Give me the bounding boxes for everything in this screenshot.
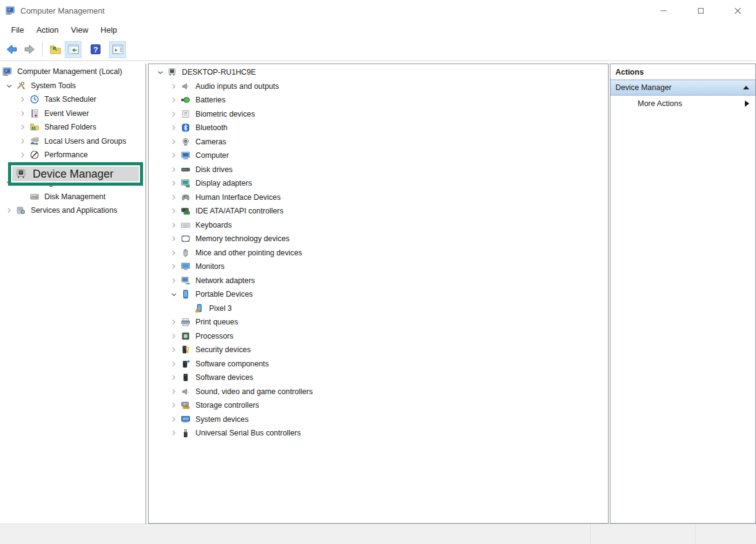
collapsed-chevron-icon[interactable] — [167, 428, 181, 438]
action-pane-icon — [112, 43, 124, 56]
collapsed-chevron-icon[interactable] — [16, 94, 30, 104]
tree-item-network-adapters[interactable]: Network adapters — [149, 274, 608, 288]
menu-item-file[interactable]: File — [5, 23, 30, 37]
collapsed-chevron-icon[interactable] — [16, 109, 30, 118]
tree-item-batteries[interactable]: Batteries — [149, 93, 608, 107]
tree-item-task-scheduler[interactable]: Task Scheduler — [0, 93, 146, 107]
tree-item-ide-controllers[interactable]: IDE ATA/ATAPI controllers — [149, 204, 608, 218]
tree-item-performance[interactable]: Performance — [0, 148, 146, 162]
menu-item-action[interactable]: Action — [30, 23, 65, 37]
tree-item-sound-controllers[interactable]: Sound, video and game controllers — [149, 385, 608, 399]
collapsed-chevron-icon[interactable] — [167, 150, 181, 160]
tree-item-memory-devices[interactable]: Memory technology devices — [149, 232, 608, 246]
collapsed-chevron-icon[interactable] — [167, 165, 181, 175]
tree-item-pixel-3[interactable]: Pixel 3 — [149, 302, 608, 316]
tree-item-label: Local Users and Groups — [43, 136, 128, 146]
collapsed-chevron-icon[interactable] — [16, 122, 30, 132]
collapsed-chevron-icon[interactable] — [167, 317, 181, 327]
more-actions-label: More Actions — [638, 99, 682, 108]
expanded-chevron-icon[interactable] — [2, 81, 16, 91]
forward-arrow-icon — [23, 43, 36, 56]
tree-item-software-components[interactable]: Software components — [149, 357, 608, 371]
tree-item-system-devices[interactable]: System devices — [149, 413, 608, 427]
tree-item-monitors[interactable]: Monitors — [149, 260, 608, 274]
tree-item-audio-inputs[interactable]: Audio inputs and outputs — [149, 80, 608, 94]
tree-item-disk-management[interactable]: Disk Management — [0, 190, 146, 204]
minimize-button[interactable] — [645, 0, 682, 21]
show-hide-console-tree-button[interactable] — [65, 41, 81, 58]
display-adapter-icon — [181, 178, 191, 188]
status-bar — [0, 524, 756, 544]
tree-item-label: Event Viewer — [43, 109, 90, 118]
collapsed-chevron-icon[interactable] — [167, 206, 181, 216]
back-button[interactable] — [3, 41, 20, 58]
tree-item-mice[interactable]: Mice and other pointing devices — [149, 246, 608, 260]
collapse-up-icon — [743, 86, 749, 89]
tree-item-usb-controllers[interactable]: Universal Serial Bus controllers — [149, 426, 608, 440]
tree-item-computer[interactable]: Computer — [149, 149, 608, 163]
tree-item-portable-devices[interactable]: Portable Devices — [149, 287, 608, 302]
expanded-chevron-icon[interactable] — [167, 289, 181, 299]
annotation-highlight-device-manager: Device Manager — [8, 162, 143, 186]
tree-item-print-queues[interactable]: Print queues — [149, 315, 608, 329]
actions-group-device-manager[interactable]: Device Manager — [610, 80, 755, 96]
tree-item-display-adapters[interactable]: Display adapters — [149, 176, 608, 191]
collapsed-chevron-icon[interactable] — [167, 137, 181, 147]
collapsed-chevron-icon[interactable] — [167, 178, 181, 188]
tree-item-services-applications[interactable]: Services and Applications — [0, 204, 146, 218]
collapsed-chevron-icon[interactable] — [167, 192, 181, 202]
collapsed-chevron-icon[interactable] — [167, 373, 181, 382]
collapsed-chevron-icon[interactable] — [167, 359, 181, 369]
expanded-chevron-icon[interactable] — [154, 67, 167, 77]
tree-item-local-users-and-groups[interactable]: Local Users and Groups — [0, 134, 146, 149]
tree-item-storage-controllers[interactable]: Storage controllers — [149, 398, 608, 413]
collapsed-chevron-icon[interactable] — [167, 234, 181, 244]
gamepad-icon — [181, 192, 191, 202]
tree-item-processors[interactable]: Processors — [149, 329, 608, 344]
status-segment — [696, 524, 756, 544]
forward-button[interactable] — [21, 41, 38, 58]
collapsed-chevron-icon[interactable] — [167, 345, 181, 355]
close-button[interactable] — [719, 0, 756, 21]
tree-item-software-devices[interactable]: Software devices — [149, 371, 608, 385]
tree-item-label: Software devices — [194, 373, 255, 382]
collapsed-chevron-icon[interactable] — [167, 400, 181, 410]
collapsed-chevron-icon[interactable] — [167, 387, 181, 397]
tree-item-cameras[interactable]: Cameras — [149, 135, 608, 149]
collapsed-chevron-icon[interactable] — [167, 414, 181, 424]
show-hide-action-pane-button[interactable] — [109, 41, 126, 58]
collapsed-chevron-icon[interactable] — [167, 123, 181, 133]
status-segment — [591, 524, 696, 544]
folder-up-button[interactable] — [47, 41, 64, 58]
collapsed-chevron-icon[interactable] — [167, 81, 181, 91]
tree-item-desktop-root[interactable]: DESKTOP-RU1HC9E — [149, 65, 608, 80]
collapsed-chevron-icon[interactable] — [167, 95, 181, 105]
tree-item-event-viewer[interactable]: Event Viewer — [0, 107, 146, 121]
tree-item-security-devices[interactable]: Security devices — [149, 343, 608, 357]
ide-controller-icon — [181, 206, 191, 216]
collapsed-chevron-icon[interactable] — [167, 248, 181, 258]
tree-item-system-tools[interactable]: System Tools — [0, 79, 146, 93]
more-actions-item[interactable]: More Actions — [610, 96, 755, 112]
tree-item-biometric-devices[interactable]: Biometric devices — [149, 107, 608, 122]
maximize-button[interactable] — [682, 0, 719, 21]
tree-item-bluetooth[interactable]: Bluetooth — [149, 121, 608, 135]
tree-item-disk-drives[interactable]: Disk drives — [149, 163, 608, 177]
help-button[interactable]: ? — [87, 41, 104, 58]
tree-item-hid[interactable]: Human Interface Devices — [149, 191, 608, 205]
collapsed-chevron-icon[interactable] — [167, 262, 181, 271]
tree-item-shared-folders[interactable]: Shared Folders — [0, 120, 146, 134]
speaker-icon — [181, 387, 191, 397]
collapsed-chevron-icon[interactable] — [167, 276, 181, 286]
tree-item-computer-management[interactable]: Computer Management (Local) — [0, 65, 146, 79]
menu-item-view[interactable]: View — [65, 23, 94, 37]
tree-item-label: DESKTOP-RU1HC9E — [181, 67, 257, 77]
collapsed-chevron-icon[interactable] — [167, 331, 181, 341]
collapsed-chevron-icon[interactable] — [167, 220, 181, 230]
collapsed-chevron-icon[interactable] — [167, 109, 181, 119]
tree-item-keyboards[interactable]: Keyboards — [149, 218, 608, 233]
collapsed-chevron-icon[interactable] — [16, 136, 30, 146]
collapsed-chevron-icon[interactable] — [16, 150, 30, 160]
menu-item-help[interactable]: Help — [94, 23, 123, 37]
collapsed-chevron-icon[interactable] — [2, 205, 16, 215]
